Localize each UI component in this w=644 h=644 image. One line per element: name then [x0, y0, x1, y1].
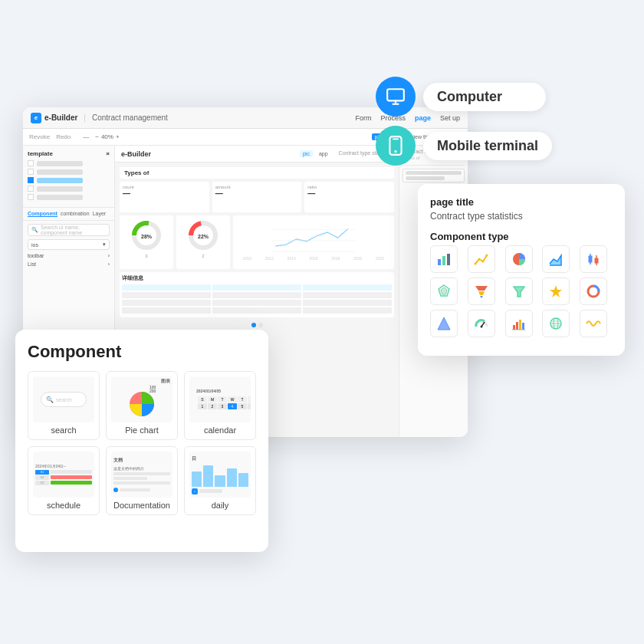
comp-item-daily[interactable]: 日 + daily [184, 446, 256, 515]
card-value-1: — [123, 189, 206, 198]
sidebar-checkbox [28, 169, 34, 175]
chart-candle-btn[interactable] [580, 245, 607, 273]
doc-line [113, 481, 170, 485]
svg-rect-15 [438, 259, 441, 265]
chart-label-1: 3 [145, 254, 147, 258]
card-value-2: — [215, 189, 299, 198]
module-name: Contract management [92, 113, 168, 122]
comp-thumb-calendar: 2024/01/04/05 S M T W T F S 1 2 3 4 5 [189, 376, 251, 422]
sidebar-item[interactable] [28, 194, 110, 200]
sidebar-item[interactable] [28, 177, 110, 183]
table-data-cell [303, 307, 392, 314]
tab-component[interactable]: Component [28, 211, 58, 217]
svg-marker-38 [480, 296, 483, 298]
redo-btn[interactable]: Redo [56, 133, 71, 140]
sidebar-item[interactable] [28, 186, 110, 192]
chart-funnel-btn[interactable] [468, 278, 495, 305]
comp-list-list[interactable]: List› [23, 260, 114, 268]
comp-item-calendar[interactable]: 2024/01/04/05 S M T W T F S 1 2 3 4 5 [184, 371, 256, 440]
mobile-btn[interactable]: Mobile terminal [376, 126, 552, 166]
chart-area-btn[interactable] [542, 245, 570, 273]
tab-layer[interactable]: Layer [93, 211, 107, 217]
prop-page-title-value: Contract type statistics [430, 211, 613, 222]
comp-list-toolbar[interactable]: toolbar› [23, 251, 114, 260]
tab-combination[interactable]: combination [61, 211, 90, 217]
comp-thumb-schedule: 2024年01月04日~ 01 02 03 [33, 452, 94, 498]
prop-comp-type-label: Component type [430, 231, 613, 242]
svg-rect-17 [447, 254, 450, 265]
comp-item-search[interactable]: 🔍 search search [28, 371, 100, 440]
sidebar-checkbox-active [28, 177, 34, 183]
sidebar-template-title: template × [28, 150, 110, 157]
sidebar-item-label [37, 161, 83, 166]
comp-thumb-pie: 图表 100 200 [111, 376, 172, 422]
view-app-btn[interactable]: app [316, 150, 331, 157]
chart-line-btn[interactable] [468, 245, 495, 273]
component-search-bar[interactable]: 🔍 Search ui name, component name [28, 224, 110, 236]
sidebar-checkbox [28, 186, 34, 192]
component-tabs: Component combination Layer [23, 208, 114, 221]
comp-label-calendar: calendar [204, 426, 236, 435]
breadcrumb-sep: | [84, 113, 86, 122]
chart-wave-btn[interactable] [580, 310, 607, 337]
table-data-cell [303, 292, 392, 298]
chart-histogram-btn[interactable] [505, 310, 533, 337]
chart-radar-btn[interactable] [430, 278, 458, 305]
canvas-content: Types of count — amount — ratio — [115, 163, 399, 334]
properties-panel: page title Contract type statistics Comp… [418, 184, 625, 356]
chart-star-btn[interactable] [542, 278, 570, 305]
bar5 [238, 473, 248, 487]
table-header-cell [122, 284, 211, 291]
sidebar-close[interactable]: × [106, 150, 110, 157]
doc-line [113, 472, 170, 475]
canvas-title: e-Builder [121, 150, 151, 158]
chart-label-2: 2 [202, 254, 204, 258]
nav-form[interactable]: Form [355, 114, 371, 122]
card-value-3: — [307, 189, 391, 198]
comp-label-schedule: schedule [47, 501, 80, 510]
svg-text:22%: 22% [198, 234, 209, 239]
chart-pyramid-btn[interactable] [430, 310, 458, 337]
canvas-header: e-Builder pic app Contract type statisti… [115, 146, 399, 163]
zoom-control[interactable]: − 40% + [95, 133, 119, 140]
bottom-dots [120, 320, 394, 330]
doc-line-short [113, 477, 147, 480]
view-pic-btn[interactable]: pic [300, 150, 313, 157]
platform-select[interactable]: ios ▾ [28, 239, 110, 250]
svg-rect-16 [442, 256, 445, 265]
comp-item-doc[interactable]: 文档 这是文档中的简介 Documentation [106, 446, 178, 515]
computer-btn[interactable]: Computer [376, 77, 552, 117]
comp-label-pie: Pie chart [125, 426, 158, 435]
chart-donut-btn[interactable] [580, 278, 607, 305]
svg-rect-45 [513, 325, 515, 330]
stat-card-3: ratio — [304, 182, 394, 212]
svg-marker-36 [475, 286, 488, 291]
revoke-btn[interactable]: Revoke [29, 133, 50, 140]
svg-rect-26 [595, 258, 598, 263]
sidebar-checkbox [28, 194, 34, 200]
comp-label-daily: daily [212, 501, 229, 510]
svg-text:200: 200 [150, 389, 156, 393]
sidebar-item[interactable] [28, 169, 110, 175]
data-table: 详细信息 [120, 272, 394, 317]
search-magnify-icon: 🔍 [46, 396, 54, 403]
svg-rect-47 [519, 320, 521, 330]
comp-item-pie[interactable]: 图表 100 200 Pie chart [106, 371, 178, 440]
sidebar-item-label-active [37, 178, 83, 183]
component-panel-title: Component [28, 342, 256, 362]
sidebar-item[interactable] [28, 160, 110, 166]
chart-filter-btn[interactable] [505, 278, 533, 305]
chevron-down-icon: ▾ [103, 242, 106, 248]
chart-pie-btn[interactable] [505, 245, 533, 273]
svg-line-44 [481, 322, 485, 327]
chart-gauge-btn[interactable] [468, 310, 495, 337]
chart-bar-btn[interactable] [430, 245, 458, 273]
chart-globe-btn[interactable] [542, 310, 570, 337]
table-data-cell [212, 300, 301, 306]
svg-point-21 [485, 255, 488, 257]
table-data-cell [212, 292, 301, 298]
bar2 [203, 465, 213, 487]
svg-marker-42 [438, 317, 450, 330]
page-title-text: Types of [124, 169, 149, 176]
comp-item-schedule[interactable]: 2024年01月04日~ 01 02 03 schedule [28, 446, 100, 515]
